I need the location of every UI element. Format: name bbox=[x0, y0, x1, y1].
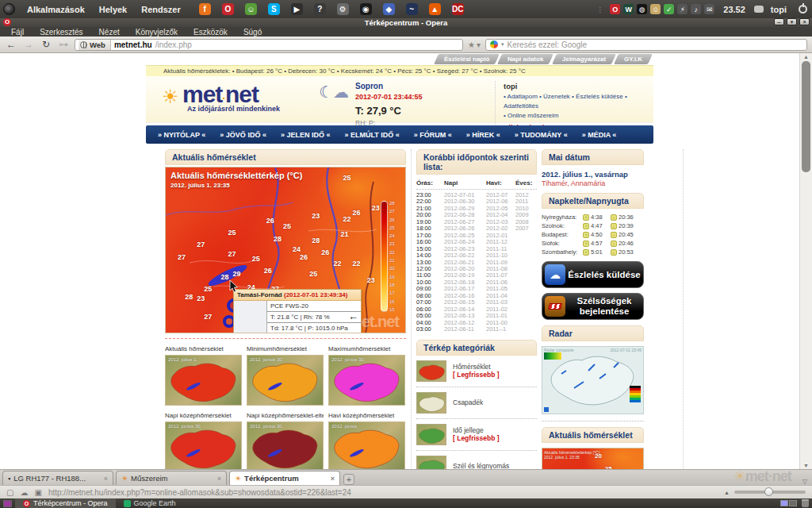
category-item[interactable]: Csapadék bbox=[416, 387, 537, 419]
browser-tab[interactable]: ▪ LG RH177 - RH188... × bbox=[2, 471, 113, 485]
month-link[interactable]: 2011--1 bbox=[486, 326, 515, 333]
thumbnail-map[interactable]: 2012. június 30. bbox=[247, 355, 324, 406]
show-desktop-icon[interactable] bbox=[3, 500, 12, 507]
year-link[interactable]: 2007 bbox=[515, 225, 537, 232]
year-link[interactable] bbox=[515, 279, 537, 286]
category-latest-link[interactable]: [ Legfrissebb ] bbox=[453, 434, 500, 442]
restore-button[interactable]: ▾ bbox=[787, 18, 797, 25]
launcher-icon[interactable]: ⚙ bbox=[337, 3, 349, 15]
nav-item[interactable]: » MÉDIA « bbox=[576, 131, 622, 139]
year-link[interactable] bbox=[515, 239, 537, 245]
thumbnail-map[interactable]: 2012. június 30. bbox=[247, 421, 324, 469]
site-top-tab[interactable]: Jelmagyarázat bbox=[552, 54, 616, 64]
year-link[interactable] bbox=[515, 326, 537, 333]
year-link[interactable] bbox=[515, 233, 537, 239]
launcher-icon[interactable]: ◆ bbox=[383, 3, 395, 15]
page-scrollbar[interactable]: ▲ ▼ bbox=[799, 53, 812, 469]
tray-icon[interactable]: ⚡ bbox=[677, 4, 688, 14]
tab-list-chevron-icon[interactable]: ▽ bbox=[802, 478, 807, 485]
menu-item[interactable]: Nézet bbox=[93, 28, 126, 37]
menu-item[interactable]: Súgó bbox=[237, 28, 268, 37]
panel-menu[interactable]: Rendszer bbox=[134, 5, 188, 14]
metnet-logo[interactable]: ☀ met·net Az időjárásról mindenkinek bbox=[165, 81, 280, 113]
menu-item[interactable]: Fájl bbox=[5, 28, 30, 37]
back-icon[interactable]: ← bbox=[5, 39, 17, 50]
search-field[interactable]: ▾ Keresés ezzel: Google bbox=[485, 39, 807, 51]
distro-menu-icon[interactable] bbox=[3, 3, 15, 15]
zoom-handle[interactable] bbox=[764, 487, 773, 496]
scroll-down-icon[interactable]: ▼ bbox=[803, 463, 809, 468]
zoom-slider[interactable] bbox=[734, 491, 806, 494]
temperature-map[interactable]: Aktuális hőmérséklettérkép (°C) 2012. jú… bbox=[165, 167, 406, 333]
year-link[interactable] bbox=[515, 293, 537, 299]
minimize-button[interactable]: ‒ bbox=[774, 18, 784, 25]
launcher-icon[interactable]: ☺ bbox=[245, 3, 257, 15]
address-bar[interactable]: Web metnet.hu/index.php bbox=[75, 39, 463, 51]
launcher-icon[interactable]: ? bbox=[314, 3, 326, 15]
tray-icon[interactable]: ✉ bbox=[704, 4, 714, 14]
tray-icon[interactable]: ♪ bbox=[691, 4, 701, 14]
thumbnail-map[interactable]: 2012. július 1. bbox=[165, 355, 242, 406]
year-link[interactable] bbox=[515, 306, 537, 313]
year-link[interactable] bbox=[515, 246, 537, 252]
bookmark-star[interactable]: ★▾ bbox=[468, 40, 481, 49]
station-city[interactable]: Sopron bbox=[355, 81, 423, 92]
zoom-popup-icon[interactable]: ▲ bbox=[724, 490, 730, 495]
category-label[interactable]: Hőmérséklet bbox=[453, 363, 500, 371]
nav-item[interactable]: » NYITÓLAP « bbox=[152, 131, 211, 139]
scroll-up-icon[interactable]: ▲ bbox=[803, 54, 809, 60]
tray-icon[interactable]: ✓ bbox=[664, 4, 674, 14]
category-label[interactable]: Csapadék bbox=[453, 398, 483, 406]
tab-close-icon[interactable]: × bbox=[217, 475, 221, 483]
hour-link[interactable]: 03:00 bbox=[416, 326, 444, 333]
day-link[interactable]: 2012-06-11 bbox=[444, 326, 486, 333]
launcher-icon[interactable]: ▶ bbox=[291, 3, 303, 15]
launcher-icon[interactable]: ▲ bbox=[429, 3, 441, 15]
tray-icon[interactable]: ◍ bbox=[637, 4, 647, 14]
year-link[interactable] bbox=[515, 320, 537, 326]
launcher-icon[interactable]: f bbox=[199, 3, 211, 15]
session-user[interactable]: topi bbox=[771, 5, 787, 14]
current-temp-minimap[interactable]: Aktuális hőmérséklettérkép (°C)2012. júl… bbox=[542, 448, 644, 469]
key-icon[interactable]: ⊶ bbox=[57, 39, 70, 50]
power-icon[interactable] bbox=[799, 5, 807, 13]
radar-map[interactable]: Radar composite 2012-07-01 23:45 bbox=[542, 346, 644, 414]
year-link[interactable] bbox=[515, 260, 537, 266]
tray-icon[interactable]: W bbox=[623, 4, 634, 14]
images-icon[interactable]: ▣ bbox=[34, 488, 41, 497]
category-label[interactable]: Idő jellege bbox=[453, 426, 500, 434]
year-link[interactable] bbox=[515, 286, 537, 292]
category-latest-link[interactable]: [ Legfrissebb ] bbox=[453, 371, 500, 379]
year-link[interactable] bbox=[515, 299, 537, 306]
menu-item[interactable]: Könyvjelzők bbox=[129, 28, 184, 37]
tray-icon[interactable]: ☺ bbox=[650, 4, 661, 14]
thumbnail-map[interactable]: 2012. június 30. bbox=[328, 355, 405, 406]
nav-item[interactable]: » JELEN IDŐ « bbox=[275, 131, 336, 139]
trash-icon[interactable] bbox=[802, 499, 809, 507]
year-link[interactable] bbox=[515, 266, 537, 272]
launcher-icon[interactable]: O bbox=[222, 3, 234, 15]
chat-bubble-icon[interactable] bbox=[754, 6, 764, 13]
panel-clock[interactable]: 23.52 bbox=[723, 5, 745, 14]
report-extremes-button[interactable]: Szélsőségek bejelentése bbox=[542, 293, 644, 320]
category-item[interactable]: Hőmérséklet [ Legfrissebb ] bbox=[416, 356, 537, 387]
user-links-2[interactable]: • Online műszereim bbox=[504, 111, 650, 121]
year-link[interactable] bbox=[515, 272, 537, 279]
year-link[interactable] bbox=[515, 252, 537, 259]
year-link[interactable] bbox=[515, 313, 537, 319]
menu-item[interactable]: Szerkesztés bbox=[33, 28, 89, 37]
launcher-icon[interactable]: S bbox=[268, 3, 280, 15]
site-top-tab[interactable]: Észlelési napló bbox=[434, 54, 500, 64]
site-top-tab[interactable]: GY.I.K bbox=[614, 54, 653, 64]
fit-width-icon[interactable]: ▢ bbox=[6, 488, 13, 497]
nav-item[interactable]: » HÍREK « bbox=[461, 131, 506, 139]
browser-tab-active[interactable]: ☀ Térképcentrum × bbox=[229, 471, 340, 485]
site-top-tab[interactable]: Napi adatok bbox=[497, 54, 553, 64]
reload-icon[interactable]: ↻ bbox=[40, 39, 52, 50]
thumbnail-map[interactable]: 2012. június bbox=[328, 421, 405, 469]
launcher-icon[interactable]: ~ bbox=[406, 3, 418, 15]
launcher-icon[interactable]: ◉ bbox=[360, 3, 372, 15]
send-observation-button[interactable]: ☁ Észlelés küldése bbox=[542, 261, 644, 288]
forward-icon[interactable]: → bbox=[22, 39, 35, 50]
taskbar-task-googleearth[interactable]: Google Earth bbox=[116, 498, 184, 508]
